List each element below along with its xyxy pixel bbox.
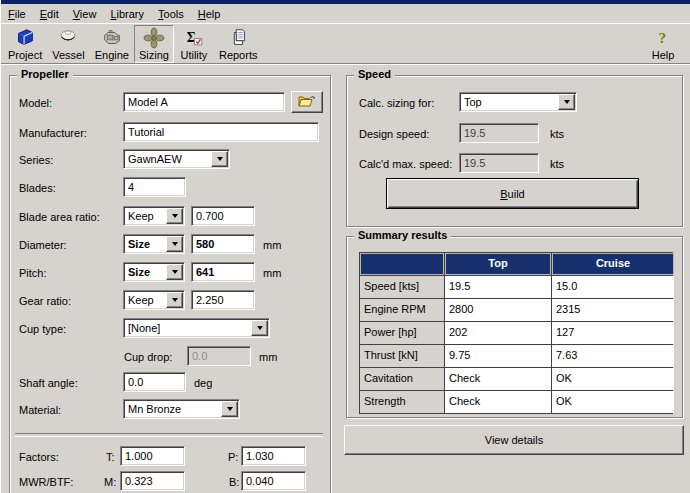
mwr-btf-label: MWR/BTF: [19,475,73,489]
pitch-input[interactable]: 641 [191,262,255,282]
menu-view[interactable]: View [66,6,104,22]
blade-area-ratio-input[interactable]: 0.700 [191,206,255,226]
menu-edit[interactable]: Edit [33,6,66,22]
summary-cell: Check [445,391,551,413]
pitch-mode-select[interactable]: Size [123,262,185,282]
gear-ratio-mode-value: Keep [128,292,154,309]
diameter-input[interactable]: 580 [191,234,255,254]
open-model-button[interactable] [291,91,323,113]
summary-cell: OK [552,368,674,390]
chevron-down-icon [211,151,228,167]
summary-cell: 9.75 [445,345,551,367]
book-icon [14,27,36,49]
cup-drop-label: Cup drop: [124,350,172,364]
chevron-down-icon [251,320,268,336]
engine-icon [101,27,123,49]
summary-cell: 7.63 [552,345,674,367]
build-button[interactable]: Build [386,178,639,209]
summary-row-label: Strength [360,391,444,413]
factors-label: Factors: [19,450,59,464]
summary-cell: OK [552,391,674,413]
design-speed-label: Design speed: [359,127,429,141]
toolbar: Project Vessel Engine Sizing Σ Utility [1,23,690,64]
diameter-mode-value: Size [128,236,150,253]
factor-t-label: T: [106,450,115,464]
design-speed-field: 19.5 [459,123,539,143]
summary-cell: Check [445,368,551,390]
diameter-label: Diameter: [19,238,67,252]
cup-drop-unit: mm [259,350,277,364]
gear-ratio-input[interactable]: 2.250 [191,290,255,310]
pages-icon [227,27,249,49]
pitch-mode-value: Size [128,264,150,281]
summary-table: Top Cruise Speed [kts] 19.5 15.0 Engine … [359,252,673,414]
factor-t-input[interactable]: 1.000 [120,446,185,466]
calcd-max-speed-label: Calc'd max. speed: [359,157,452,171]
material-select[interactable]: Mn Bronze [123,399,240,419]
btf-b-input[interactable]: 0.040 [241,471,306,491]
menu-tools[interactable]: Tools [151,6,191,22]
material-label: Material: [19,403,61,417]
calcd-max-speed-unit: kts [550,157,564,171]
toolbar-project-button[interactable]: Project [3,25,47,63]
summary-cell: 15.0 [552,276,674,298]
toolbar-utility-label: Utility [180,49,207,61]
toolbar-vessel-button[interactable]: Vessel [47,25,89,63]
summary-cell: 2800 [445,299,551,321]
svg-text:?: ? [658,28,666,45]
mwr-m-label: M: [104,475,116,489]
gear-ratio-mode-select[interactable]: Keep [123,290,185,310]
menu-help[interactable]: Help [191,6,228,22]
chevron-down-icon [166,208,183,224]
toolbar-reports-label: Reports [219,49,258,61]
toolbar-help-button[interactable]: ? Help [643,25,683,63]
mwr-m-input[interactable]: 0.323 [120,471,185,491]
chevron-down-icon [221,401,238,417]
propeller-separator [15,433,323,437]
series-label: Series: [19,153,53,167]
speed-group-title: Speed [354,68,395,80]
toolbar-vessel-label: Vessel [52,49,84,61]
calc-sizing-for-label: Calc. sizing for: [359,96,434,110]
btf-b-label: B: [229,475,239,489]
toolbar-engine-button[interactable]: Engine [90,25,134,63]
toolbar-divider [1,64,690,65]
summary-row-label: Cavitation [360,368,444,390]
shaft-angle-input[interactable]: 0.0 [123,372,186,392]
blades-label: Blades: [19,181,56,195]
summary-cell: 19.5 [445,276,551,298]
menu-file[interactable]: File [1,6,33,22]
blade-area-ratio-label: Blade area ratio: [19,210,100,224]
toolbar-engine-label: Engine [95,49,129,61]
series-value: GawnAEW [128,151,182,168]
manufacturer-input[interactable]: Tutorial [123,122,319,142]
propeller-icon [143,27,165,49]
summary-cell: 127 [552,322,674,344]
toolbar-sizing-button[interactable]: Sizing [134,25,174,63]
shaft-angle-unit: deg [194,376,212,390]
chevron-down-icon [166,264,183,280]
summary-header-corner [360,253,444,275]
design-speed-unit: kts [550,127,564,141]
model-label: Model: [19,96,52,110]
pitch-label: Pitch: [19,266,47,280]
toolbar-reports-button[interactable]: Reports [214,25,263,63]
toolbar-utility-button[interactable]: Σ Utility [174,25,214,63]
cup-type-label: Cup type: [19,322,66,336]
blades-input[interactable]: 4 [123,177,186,197]
gear-ratio-label: Gear ratio: [19,294,71,308]
app-window: File Edit View Library Tools Help Projec… [0,0,690,493]
calc-sizing-for-select[interactable]: Top [459,92,577,112]
build-button-label: Build [500,188,524,200]
blade-area-ratio-mode-select[interactable]: Keep [123,206,185,226]
factor-p-input[interactable]: 1.030 [241,446,306,466]
diameter-mode-select[interactable]: Size [123,234,185,254]
model-input[interactable]: Model A [123,92,285,112]
menu-library[interactable]: Library [103,6,151,22]
summary-row-label: Thrust [kN] [360,345,444,367]
cup-type-select[interactable]: [None] [123,318,270,338]
series-select[interactable]: GawnAEW [123,149,230,169]
view-details-button-label: View details [485,434,544,446]
diameter-unit: mm [263,238,281,252]
view-details-button[interactable]: View details [344,425,684,455]
